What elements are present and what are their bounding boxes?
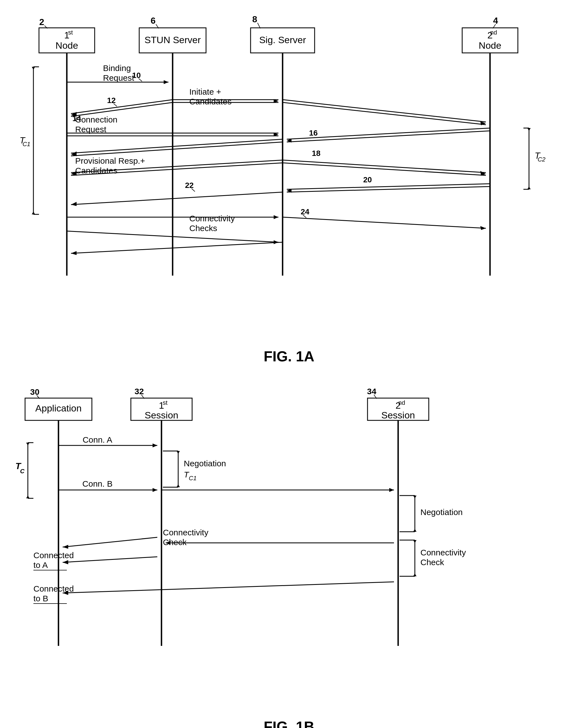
svg-text:st: st bbox=[68, 29, 73, 36]
svg-text:Binding: Binding bbox=[103, 63, 131, 73]
svg-line-64 bbox=[71, 142, 283, 156]
svg-text:Request: Request bbox=[75, 125, 106, 134]
svg-marker-132 bbox=[177, 485, 180, 487]
svg-text:6: 6 bbox=[151, 16, 156, 26]
svg-text:24: 24 bbox=[301, 207, 310, 216]
fig1b-label: FIG. 1B bbox=[11, 718, 567, 728]
svg-marker-84 bbox=[71, 202, 77, 206]
svg-text:16: 16 bbox=[309, 129, 318, 137]
svg-text:20: 20 bbox=[363, 175, 372, 184]
svg-text:12: 12 bbox=[107, 96, 115, 105]
svg-line-76 bbox=[283, 163, 486, 175]
svg-text:34: 34 bbox=[367, 387, 376, 396]
svg-text:Connected: Connected bbox=[33, 551, 74, 560]
svg-marker-144 bbox=[413, 496, 417, 498]
svg-marker-131 bbox=[177, 451, 180, 454]
svg-marker-121 bbox=[26, 443, 29, 445]
svg-marker-98 bbox=[71, 251, 77, 255]
svg-text:nd: nd bbox=[490, 29, 497, 36]
svg-text:C2: C2 bbox=[537, 156, 546, 163]
svg-marker-155 bbox=[63, 560, 68, 564]
svg-text:Negotiation: Negotiation bbox=[184, 459, 226, 468]
svg-line-45 bbox=[71, 102, 173, 116]
svg-text:Connectivity: Connectivity bbox=[189, 214, 235, 223]
fig1b-container: Application 30 1 st Session 32 2 nd Sess… bbox=[11, 382, 567, 716]
svg-line-147 bbox=[63, 537, 157, 547]
svg-marker-28 bbox=[32, 212, 35, 214]
svg-text:Session: Session bbox=[382, 410, 415, 420]
svg-text:2: 2 bbox=[39, 17, 44, 27]
svg-text:14: 14 bbox=[72, 114, 81, 123]
svg-line-168 bbox=[63, 582, 394, 593]
svg-text:Conn. A: Conn. A bbox=[83, 435, 112, 444]
fig1a-container: 1 st Node 2 STUN Server 6 Sig. Server 8 … bbox=[11, 11, 567, 345]
svg-marker-92 bbox=[480, 226, 486, 230]
svg-text:STUN Server: STUN Server bbox=[144, 34, 201, 45]
svg-text:Sig. Server: Sig. Server bbox=[259, 34, 306, 45]
svg-text:Session: Session bbox=[145, 410, 179, 420]
svg-text:nd: nd bbox=[398, 399, 405, 406]
page: 1 st Node 2 STUN Server 6 Sig. Server 8 … bbox=[0, 0, 578, 728]
svg-marker-137 bbox=[153, 488, 157, 492]
svg-text:Initiate +: Initiate + bbox=[189, 87, 221, 96]
svg-text:Checks: Checks bbox=[189, 224, 217, 233]
svg-text:Request: Request bbox=[103, 73, 134, 82]
svg-text:32: 32 bbox=[134, 387, 144, 396]
svg-text:18: 18 bbox=[312, 149, 320, 158]
svg-marker-140 bbox=[389, 488, 394, 492]
svg-line-79 bbox=[287, 184, 490, 189]
svg-text:22: 22 bbox=[185, 181, 193, 189]
svg-text:Node: Node bbox=[55, 40, 78, 51]
svg-line-97 bbox=[71, 242, 283, 253]
svg-line-91 bbox=[283, 217, 486, 228]
svg-marker-34 bbox=[527, 128, 531, 131]
svg-marker-126 bbox=[153, 443, 157, 447]
svg-text:Node: Node bbox=[479, 40, 501, 51]
svg-text:to A: to A bbox=[33, 561, 48, 570]
svg-text:Check: Check bbox=[420, 557, 444, 567]
svg-text:C: C bbox=[20, 468, 25, 475]
svg-text:Negotiation: Negotiation bbox=[420, 508, 463, 517]
svg-text:Check: Check bbox=[163, 538, 187, 547]
fig1a-label: FIG. 1A bbox=[11, 348, 567, 365]
svg-text:8: 8 bbox=[252, 14, 257, 24]
svg-text:C1: C1 bbox=[189, 475, 196, 482]
svg-text:to B: to B bbox=[33, 594, 48, 603]
svg-text:Application: Application bbox=[35, 403, 82, 413]
svg-text:Conn. B: Conn. B bbox=[82, 479, 112, 488]
svg-marker-27 bbox=[32, 67, 35, 70]
svg-marker-41 bbox=[164, 80, 168, 84]
svg-line-75 bbox=[283, 160, 486, 173]
svg-text:10: 10 bbox=[132, 71, 140, 80]
svg-text:30: 30 bbox=[30, 387, 39, 396]
svg-line-83 bbox=[71, 192, 283, 205]
svg-line-80 bbox=[287, 186, 490, 192]
svg-marker-145 bbox=[413, 529, 417, 532]
svg-marker-161 bbox=[413, 540, 417, 543]
svg-text:C1: C1 bbox=[23, 140, 30, 148]
svg-text:Connection: Connection bbox=[75, 115, 117, 124]
svg-text:Provisional Resp.+: Provisional Resp.+ bbox=[75, 156, 145, 165]
svg-line-54 bbox=[283, 100, 486, 122]
svg-marker-35 bbox=[527, 186, 531, 189]
svg-line-154 bbox=[63, 557, 157, 562]
svg-marker-90 bbox=[274, 215, 279, 219]
svg-text:st: st bbox=[163, 399, 167, 406]
svg-line-55 bbox=[283, 102, 486, 125]
svg-text:Candidates: Candidates bbox=[189, 97, 232, 106]
svg-text:Connectivity: Connectivity bbox=[420, 548, 466, 557]
svg-text:Connectivity: Connectivity bbox=[163, 528, 208, 537]
svg-line-63 bbox=[71, 139, 283, 153]
svg-text:4: 4 bbox=[493, 16, 498, 26]
svg-marker-122 bbox=[26, 496, 29, 498]
svg-marker-148 bbox=[63, 545, 68, 549]
svg-line-44 bbox=[71, 100, 173, 113]
svg-marker-162 bbox=[413, 573, 417, 576]
